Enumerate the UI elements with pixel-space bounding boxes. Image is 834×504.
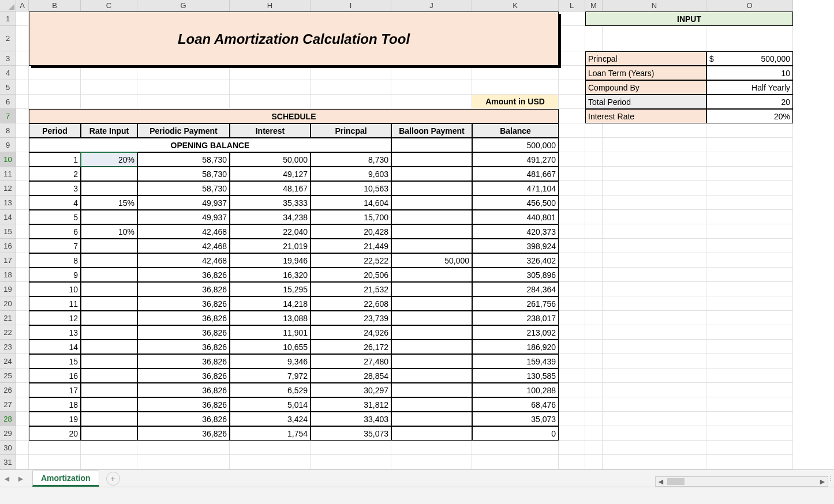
data-K17[interactable]: 326,402 <box>472 253 559 268</box>
cell-A6[interactable] <box>16 95 29 109</box>
cell-N29[interactable] <box>603 426 706 441</box>
data-C15[interactable]: 10% <box>81 224 137 239</box>
cell-L14[interactable] <box>559 210 585 224</box>
column-header-G[interactable]: G <box>137 0 230 12</box>
data-I15[interactable]: 20,428 <box>311 224 391 239</box>
data-G27[interactable]: 36,826 <box>137 397 230 412</box>
cell-N30[interactable] <box>603 441 706 455</box>
data-I16[interactable]: 21,449 <box>311 239 391 253</box>
cell-O20[interactable] <box>706 296 793 311</box>
data-I24[interactable]: 27,480 <box>311 354 391 368</box>
cell-L16[interactable] <box>559 239 585 253</box>
cell-O17[interactable] <box>706 253 793 268</box>
cell-N23[interactable] <box>603 340 706 354</box>
data-G13[interactable]: 49,937 <box>137 195 230 210</box>
data-G26[interactable]: 36,826 <box>137 383 230 397</box>
data-B25[interactable]: 16 <box>29 368 81 383</box>
data-K28[interactable]: 35,073 <box>472 412 559 426</box>
cell-M24[interactable] <box>585 354 603 368</box>
cell-J6[interactable] <box>391 95 472 109</box>
cell-M29[interactable] <box>585 426 603 441</box>
cell-N27[interactable] <box>603 397 706 412</box>
cell-L31[interactable] <box>559 455 585 469</box>
data-G18[interactable]: 36,826 <box>137 268 230 282</box>
data-J23[interactable] <box>391 340 472 354</box>
cell-A28[interactable] <box>16 412 29 426</box>
data-G16[interactable]: 42,468 <box>137 239 230 253</box>
input-header[interactable]: INPUT <box>585 12 793 26</box>
data-K29[interactable]: 0 <box>472 426 559 441</box>
table-header-0[interactable]: Period <box>29 123 81 138</box>
data-I23[interactable]: 26,172 <box>311 340 391 354</box>
data-B24[interactable]: 15 <box>29 354 81 368</box>
cell-A12[interactable] <box>16 181 29 195</box>
row-header-6[interactable]: 6 <box>0 95 16 109</box>
data-K13[interactable]: 456,500 <box>472 195 559 210</box>
data-J15[interactable] <box>391 224 472 239</box>
cell-M21[interactable] <box>585 311 603 325</box>
cell-L28[interactable] <box>559 412 585 426</box>
sheet-tab-amortization[interactable]: Amortization <box>32 471 99 487</box>
data-B21[interactable]: 12 <box>29 311 81 325</box>
cell-H5[interactable] <box>230 80 311 95</box>
cell-A7[interactable] <box>16 109 29 123</box>
data-G20[interactable]: 36,826 <box>137 296 230 311</box>
cell-K5[interactable] <box>472 80 559 95</box>
data-K25[interactable]: 130,585 <box>472 368 559 383</box>
row-header-19[interactable]: 19 <box>0 282 16 296</box>
data-H22[interactable]: 11,901 <box>230 325 311 340</box>
add-sheet-button[interactable]: + <box>106 472 120 486</box>
cell-O11[interactable] <box>706 167 793 181</box>
column-header-M[interactable]: M <box>585 0 603 12</box>
data-B28[interactable]: 19 <box>29 412 81 426</box>
row-header-15[interactable]: 15 <box>0 224 16 239</box>
data-B27[interactable]: 18 <box>29 397 81 412</box>
data-H25[interactable]: 7,972 <box>230 368 311 383</box>
data-C20[interactable] <box>81 296 137 311</box>
cell-O8[interactable] <box>706 123 793 138</box>
row-header-2[interactable]: 2 <box>0 26 16 51</box>
data-G11[interactable]: 58,730 <box>137 167 230 181</box>
data-I25[interactable]: 28,854 <box>311 368 391 383</box>
data-I26[interactable]: 30,297 <box>311 383 391 397</box>
column-header-L[interactable]: L <box>559 0 585 12</box>
data-K22[interactable]: 213,092 <box>472 325 559 340</box>
input-label-2[interactable]: Compound By <box>585 80 706 95</box>
input-label-1[interactable]: Loan Term (Years) <box>585 66 706 80</box>
data-G12[interactable]: 58,730 <box>137 181 230 195</box>
data-B22[interactable]: 13 <box>29 325 81 340</box>
cell-L18[interactable] <box>559 268 585 282</box>
cell-N22[interactable] <box>603 325 706 340</box>
cell-M14[interactable] <box>585 210 603 224</box>
data-C25[interactable] <box>81 368 137 383</box>
cell-B6[interactable] <box>29 95 81 109</box>
cell-O27[interactable] <box>706 397 793 412</box>
input-value-0[interactable]: $500,000 <box>706 51 793 66</box>
horizontal-scrollbar[interactable]: ◄ ► <box>655 476 828 487</box>
data-H23[interactable]: 10,655 <box>230 340 311 354</box>
cell-A5[interactable] <box>16 80 29 95</box>
data-C26[interactable] <box>81 383 137 397</box>
data-I19[interactable]: 21,532 <box>311 282 391 296</box>
row-header-23[interactable]: 23 <box>0 340 16 354</box>
cell-O14[interactable] <box>706 210 793 224</box>
cell-L26[interactable] <box>559 383 585 397</box>
data-J16[interactable] <box>391 239 472 253</box>
cell-N12[interactable] <box>603 181 706 195</box>
cell-N24[interactable] <box>603 354 706 368</box>
cell-M27[interactable] <box>585 397 603 412</box>
data-K11[interactable]: 481,667 <box>472 167 559 181</box>
data-K18[interactable]: 305,896 <box>472 268 559 282</box>
cell-M25[interactable] <box>585 368 603 383</box>
cell-L12[interactable] <box>559 181 585 195</box>
cell-M13[interactable] <box>585 195 603 210</box>
row-header-13[interactable]: 13 <box>0 195 16 210</box>
cell-L3[interactable] <box>559 51 585 66</box>
cell-L22[interactable] <box>559 325 585 340</box>
cell-M19[interactable] <box>585 282 603 296</box>
row-header-27[interactable]: 27 <box>0 397 16 412</box>
data-B18[interactable]: 9 <box>29 268 81 282</box>
cell-O16[interactable] <box>706 239 793 253</box>
cell-A17[interactable] <box>16 253 29 268</box>
data-B12[interactable]: 3 <box>29 181 81 195</box>
